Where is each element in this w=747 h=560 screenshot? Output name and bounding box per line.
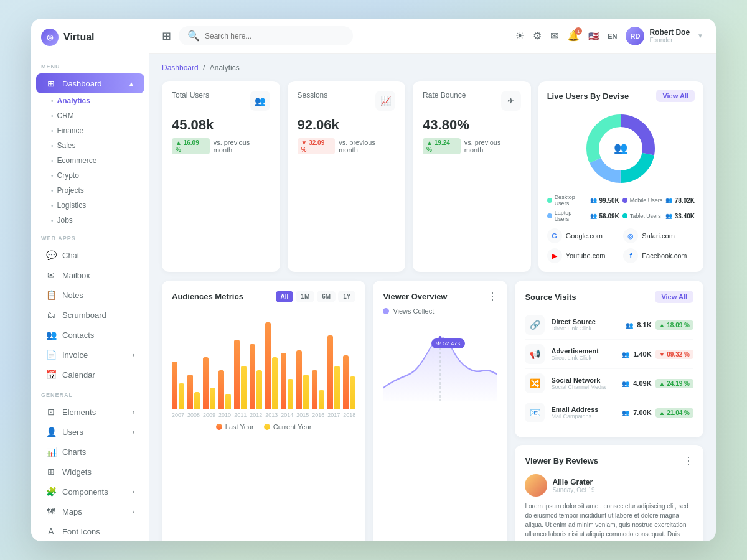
bar-group: [250, 344, 262, 409]
sidebar-sub-ecommerce[interactable]: Ecommerce: [31, 153, 149, 168]
topbar-actions: ☀ ⚙ ✉ 🔔 1 🇺🇸 EN RD Robert Doe Founder ▼: [515, 27, 703, 45]
sidebar-sub-crm[interactable]: CRM: [31, 108, 149, 123]
sidebar-item-users[interactable]: 👤 Users ›: [36, 422, 144, 442]
stat-title: Sessions: [298, 91, 328, 100]
sidebar-item-font-icons[interactable]: A Font Icons: [36, 521, 144, 541]
stat-card-total-users: Total Users 👥 45.08k ▲ 16.09 % vs. previ…: [162, 81, 280, 272]
review-text: Lorem ipsum dolor sit amet, consectetur …: [525, 502, 693, 541]
social-source-icon: 🔀: [525, 373, 545, 393]
bar-year-label: 2017: [327, 412, 340, 418]
filter-all[interactable]: All: [276, 291, 294, 302]
sidebar-item-dashboard[interactable]: ⊞ Dashboard ▲: [36, 73, 144, 93]
sidebar-sub-finance[interactable]: Finance: [31, 123, 149, 138]
bar-year-label: 2009: [203, 412, 215, 418]
sidebar-item-charts[interactable]: 📊 Charts: [36, 442, 144, 462]
reviewer-avatar: [525, 474, 547, 497]
sidebar-sub-projects[interactable]: Projects: [31, 183, 149, 198]
logo-icon: ◎: [41, 29, 59, 46]
contacts-icon: 👥: [46, 330, 56, 340]
legend-item-mobile: Mobile Users 👥 78.02K: [622, 194, 695, 207]
source-stats: 👥 4.09K ▲ 24.19 %: [622, 379, 693, 388]
reviewer-name: Allie Grater: [552, 478, 594, 487]
viewer-overview-card: Viewer Overview ⋮ Views Collect 👁 52.47K: [373, 281, 507, 541]
sidebar-item-mailbox[interactable]: ✉ Mailbox: [36, 265, 144, 285]
sidebar-sub-jobs[interactable]: Jobs: [31, 213, 149, 228]
bar-group: [234, 340, 247, 409]
bar-year-label: 2015: [296, 412, 309, 418]
source-stats: 👥 7.00K ▲ 21.04 %: [622, 408, 693, 418]
dashboard-icon: ⊞: [46, 78, 56, 88]
source-item-email: 📧 Email Address Mail Campaigns 👥 7.00K ▲…: [525, 398, 693, 427]
source-sub: Direct Link Click: [551, 355, 616, 361]
sidebar-item-invoice[interactable]: 📄 Invoice ›: [36, 345, 144, 365]
bar-last-year: [172, 362, 177, 409]
bar-group: [187, 375, 200, 409]
breadcrumb-parent[interactable]: Dashboard: [162, 63, 199, 72]
legend-label: Mobile Users: [630, 197, 663, 203]
desktop-dot: [547, 198, 552, 203]
search-input[interactable]: [205, 32, 344, 40]
mail-icon[interactable]: ✉: [550, 30, 558, 42]
sun-icon[interactable]: ☀: [515, 30, 524, 42]
filter-1y[interactable]: 1Y: [338, 291, 355, 302]
bar-year-label: 2007: [172, 412, 184, 418]
main-area: ⊞ 🔍 ☀ ⚙ ✉ 🔔 1 🇺🇸 EN RD Robert Doe: [149, 19, 716, 541]
sidebar-item-chat[interactable]: 💬 Chat: [36, 245, 144, 265]
audiences-chart-card: Audiences Metrics All 1M 6M 1Y 200720082…: [162, 281, 365, 541]
sidebar-sub-logistics[interactable]: Logistics: [31, 198, 149, 213]
sidebar-item-maps[interactable]: 🗺 Maps ›: [36, 502, 144, 521]
review-more-button[interactable]: ⋮: [684, 455, 693, 467]
filter-1m[interactable]: 1M: [296, 291, 314, 302]
view-all-button[interactable]: View All: [656, 90, 695, 102]
sidebar-item-calendar[interactable]: 📅 Calendar: [36, 365, 144, 385]
bar-current-year: [350, 376, 355, 409]
views-label: Views Collect: [383, 307, 497, 315]
lang-label[interactable]: EN: [608, 32, 617, 40]
line-chart: 👁 52.47K: [383, 320, 497, 401]
grid-icon[interactable]: ⊞: [162, 29, 171, 43]
source-stats: 👥 8.1K ▲ 18.09 %: [626, 320, 693, 330]
stat-card-rate-bounce: Rate Bounce ✈ 43.80% ▲ 19.24 % vs. previ…: [413, 81, 531, 272]
source-count: 7.00K: [633, 409, 651, 416]
stat-change: ▲ 19.24 % vs. previous month: [423, 138, 521, 154]
search-box[interactable]: 🔍: [179, 26, 353, 45]
source-view-all-button[interactable]: View All: [655, 291, 693, 303]
bar-current-year: [241, 366, 247, 409]
invoice-icon: 📄: [46, 350, 56, 360]
source-name: Google.com: [566, 232, 603, 240]
flag-icon: 🇺🇸: [588, 31, 599, 41]
source-item-direct: 🔗 Direct Source Direct Link Click 👥 8.1K…: [525, 310, 693, 340]
bar-current-year: [334, 366, 340, 409]
sidebar-sub-analytics[interactable]: Analytics: [31, 93, 149, 108]
sidebar-item-label: Mailbox: [62, 271, 90, 280]
content: Dashboard / Analytics Total Users 👥 45.0…: [149, 54, 716, 541]
sidebar-item-scrumboard[interactable]: 🗂 Scrumboard: [36, 305, 144, 325]
avatar: RD: [626, 27, 644, 45]
change-badge: ▲ 21.04 %: [655, 408, 693, 418]
bar-last-year: [203, 357, 209, 409]
tooltip-badge: 👁 52.47K: [431, 338, 466, 348]
live-users-card: Live Users By Devise View All: [538, 81, 703, 272]
notification-icon[interactable]: 🔔 1: [567, 30, 580, 42]
sidebar-sub-crypto[interactable]: Crypto: [31, 168, 149, 183]
filter-6m[interactable]: 6M: [317, 291, 336, 302]
stat-value: 92.06k: [298, 117, 396, 133]
viewer-more-button[interactable]: ⋮: [487, 291, 497, 302]
bar-year-label: 2010: [218, 412, 231, 418]
topbar: ⊞ 🔍 ☀ ⚙ ✉ 🔔 1 🇺🇸 EN RD Robert Doe: [149, 19, 716, 54]
sidebar-item-contacts[interactable]: 👥 Contacts: [36, 325, 144, 345]
widgets-icon: ⊞: [46, 467, 56, 477]
change-badge: ▲ 16.09 %: [172, 138, 210, 154]
sidebar-item-components[interactable]: 🧩 Components ›: [36, 482, 144, 502]
legend-item-desktop: Desktop Users 👥 99.50K: [547, 194, 619, 207]
settings-icon[interactable]: ⚙: [533, 30, 542, 42]
user-info[interactable]: RD Robert Doe Founder ▼: [626, 27, 703, 45]
review-title: Viewer By Reviews: [525, 456, 598, 465]
sidebar-item-notes[interactable]: 📋 Notes: [36, 285, 144, 305]
sidebar-item-widgets[interactable]: ⊞ Widgets: [36, 462, 144, 482]
sidebar-item-elements[interactable]: ⊡ Elements ›: [36, 402, 144, 422]
sidebar-sub-sales[interactable]: Sales: [31, 138, 149, 153]
donut-legend: Desktop Users 👥 99.50K Mobile Users 👥 78…: [547, 194, 695, 222]
stats-row: Total Users 👥 45.08k ▲ 16.09 % vs. previ…: [162, 81, 703, 272]
bar-current-year: [256, 370, 262, 409]
